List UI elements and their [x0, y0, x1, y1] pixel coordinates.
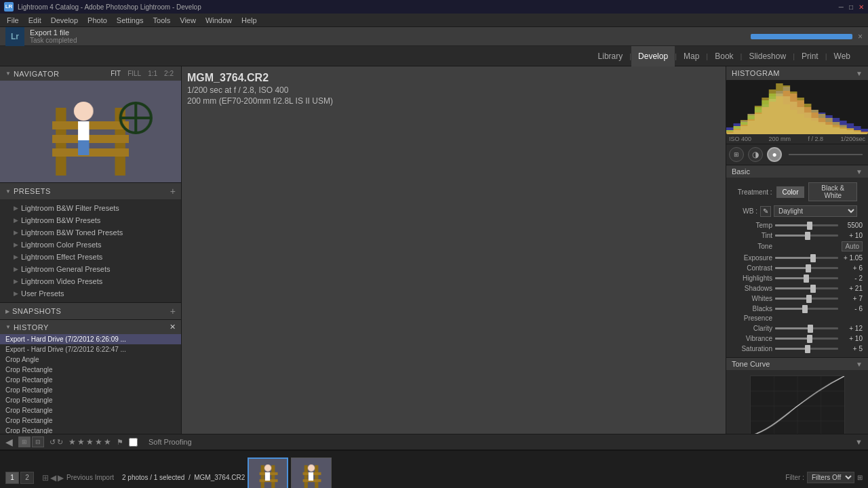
filter-expand-btn[interactable]: ⊞	[857, 474, 863, 481]
film-thumb-2[interactable]	[291, 458, 332, 489]
bw-treatment-btn[interactable]: Black & White	[808, 182, 857, 201]
nav-print[interactable]: Print	[795, 46, 825, 66]
menu-settings[interactable]: Settings	[113, 15, 148, 26]
snapshots-section: ▶ Snapshots +	[0, 303, 181, 320]
saturation-slider[interactable]	[775, 344, 838, 352]
menu-help[interactable]: Help	[237, 15, 261, 26]
navigator-header[interactable]: ▼ Navigator FIT FILL 1:1 2:2	[0, 66, 181, 81]
presets-header[interactable]: ▼ Presets +	[0, 183, 181, 199]
presets-add-button[interactable]: +	[170, 186, 176, 197]
nav-fit-btn[interactable]: FIT	[108, 69, 123, 78]
temp-slider[interactable]	[775, 221, 838, 229]
basic-toggle[interactable]: ▼	[856, 168, 863, 176]
histogram-expand[interactable]: ▼	[856, 70, 863, 77]
preset-effect[interactable]: ▶Lightroom Effect Presets	[0, 251, 181, 263]
menu-tools[interactable]: Tools	[149, 15, 175, 26]
film-next-arrow[interactable]: ▶	[58, 473, 64, 483]
rotate-buttons: ↺ ↻	[50, 438, 63, 447]
soft-proofing-checkbox[interactable]	[129, 438, 138, 447]
tone-icon-2[interactable]: ◑	[748, 147, 763, 162]
star-3[interactable]: ★	[86, 437, 94, 447]
rotate-ccw-btn[interactable]: ↺	[50, 438, 56, 447]
history-item-4[interactable]: Crop Rectangle	[0, 375, 181, 385]
nav-map[interactable]: Map	[677, 46, 706, 66]
tone-auto-btn[interactable]: Auto	[842, 241, 863, 251]
maximize-btn[interactable]: □	[849, 3, 853, 11]
rotate-cw-btn[interactable]: ↻	[57, 438, 63, 447]
contrast-slider[interactable]	[775, 264, 838, 272]
shadows-slider[interactable]	[775, 284, 838, 292]
film-thumb-1[interactable]	[248, 458, 288, 489]
history-item-3[interactable]: Crop Rectangle	[0, 365, 181, 375]
highlights-slider[interactable]	[775, 274, 838, 282]
basic-header[interactable]: Basic ▼	[726, 165, 868, 178]
snapshots-add-button[interactable]: +	[170, 306, 176, 317]
whites-row: Whites + 7	[732, 294, 863, 302]
nav-web[interactable]: Web	[827, 46, 857, 66]
film-grid-btn[interactable]: ⊞	[42, 473, 49, 483]
nav-fill-btn[interactable]: FILL	[125, 69, 143, 78]
vibrance-slider[interactable]	[775, 334, 838, 342]
preset-bwfilter[interactable]: ▶Lightroom B&W Filter Presets	[0, 202, 181, 214]
history-item-6[interactable]: Crop Rectangle	[0, 395, 181, 405]
clarity-slider[interactable]	[775, 324, 838, 332]
nav-slideshow[interactable]: Slideshow	[742, 46, 793, 66]
history-header[interactable]: ▼ History ✕	[0, 320, 181, 334]
history-item-8[interactable]: Crop Rectangle	[0, 415, 181, 426]
history-item-0[interactable]: Export - Hard Drive (7/2/2012 6:26:09 ..…	[0, 334, 181, 344]
exposure-slider[interactable]	[775, 253, 838, 262]
blacks-slider[interactable]	[775, 304, 838, 312]
history-item-7[interactable]: Crop Rectangle	[0, 405, 181, 415]
minimize-btn[interactable]: ─	[839, 3, 844, 11]
history-item-9[interactable]: Crop Rectangle	[0, 426, 181, 434]
wb-select[interactable]: Daylight Cloudy Shade Tungsten Auto	[774, 205, 857, 217]
clarity-label: Clarity	[732, 325, 772, 332]
preset-color[interactable]: ▶Lightroom Color Presets	[0, 239, 181, 251]
tone-icon-3[interactable]: ●	[767, 147, 782, 162]
tint-slider[interactable]	[775, 231, 838, 239]
history-item-1[interactable]: Export - Hard Drive (7/2/2012 6:22:47 ..…	[0, 344, 181, 354]
preset-bw[interactable]: ▶Lightroom B&W Presets	[0, 214, 181, 226]
menu-window[interactable]: Window	[201, 15, 236, 26]
nav-2-2-btn[interactable]: 2:2	[162, 69, 176, 78]
menu-edit[interactable]: Edit	[24, 15, 45, 26]
snapshots-header[interactable]: ▶ Snapshots +	[0, 303, 181, 319]
export-close-button[interactable]: ×	[858, 32, 863, 41]
preset-bwtoned[interactable]: ▶Lightroom B&W Toned Presets	[0, 226, 181, 239]
flag-icon[interactable]: ⚑	[117, 438, 123, 447]
nav-develop[interactable]: Develop	[631, 46, 675, 66]
star-2[interactable]: ★	[77, 437, 85, 447]
history-item-2[interactable]: Crop Angle	[0, 354, 181, 365]
nav-1-1-btn[interactable]: 1:1	[146, 69, 159, 78]
preset-user[interactable]: ▶User Presets	[0, 287, 181, 300]
star-1[interactable]: ★	[68, 437, 76, 447]
tone-icon-1[interactable]: ⊞	[729, 147, 744, 162]
filmstrip-left-arrow[interactable]: ◀	[5, 436, 13, 447]
history-clear-button[interactable]: ✕	[170, 323, 176, 331]
color-treatment-btn[interactable]: Color	[776, 186, 805, 198]
view-grid-btn[interactable]: ⊞	[18, 436, 31, 447]
star-4[interactable]: ★	[95, 437, 102, 447]
view-compare-btn[interactable]: ⊟	[32, 436, 44, 447]
nav-library[interactable]: Library	[591, 46, 630, 66]
tone-curve-header[interactable]: Tone Curve ▼	[726, 358, 868, 370]
film-prev-arrow[interactable]: ◀	[50, 473, 56, 483]
history-item-5[interactable]: Crop Rectangle	[0, 385, 181, 395]
film-tab-1[interactable]: 1	[5, 472, 19, 484]
preset-general[interactable]: ▶Lightroom General Presets	[0, 263, 181, 275]
preset-video[interactable]: ▶Lightroom Video Presets	[0, 275, 181, 287]
star-5[interactable]: ★	[104, 437, 111, 447]
nav-book[interactable]: Book	[708, 46, 740, 66]
whites-slider[interactable]	[775, 294, 838, 302]
histogram-header[interactable]: Histogram ▼	[726, 66, 868, 80]
wb-eyedropper[interactable]: ✎	[760, 206, 771, 217]
close-btn[interactable]: ✕	[859, 3, 864, 11]
menu-view[interactable]: View	[176, 15, 200, 26]
menu-photo[interactable]: Photo	[83, 15, 111, 26]
menu-develop[interactable]: Develop	[47, 15, 82, 26]
filmstrip-dropdown-btn[interactable]: ▼	[855, 438, 863, 446]
tone-curve-toggle[interactable]: ▼	[856, 361, 863, 368]
menu-file[interactable]: File	[3, 15, 23, 26]
filter-select[interactable]: Filters Off Flagged Rated	[807, 472, 854, 483]
film-tab-2[interactable]: 2	[20, 472, 34, 484]
